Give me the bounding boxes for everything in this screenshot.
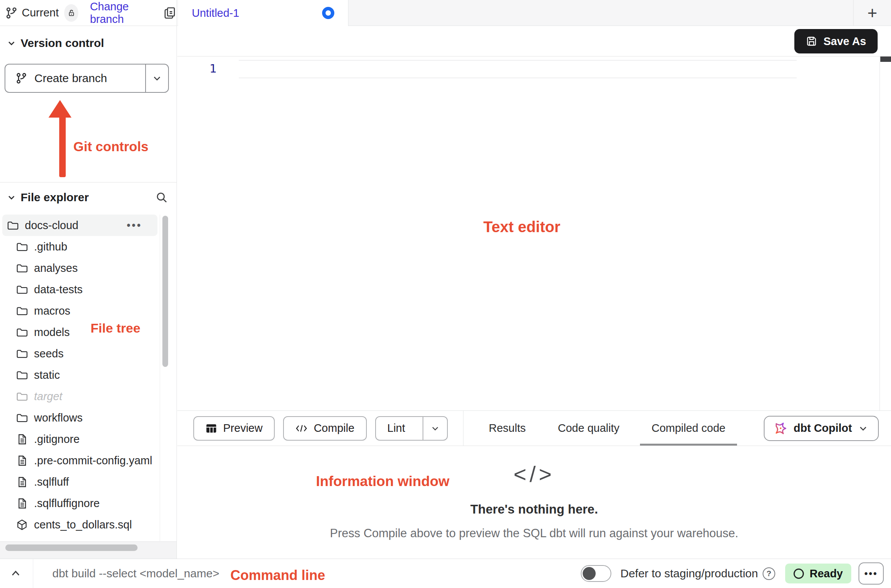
folder-icon <box>16 391 28 402</box>
status-label: Ready <box>810 567 843 580</box>
tab-compiled-code[interactable]: Compiled code <box>635 411 741 446</box>
create-branch-main[interactable]: Create branch <box>5 65 145 92</box>
version-control-title: Version control <box>21 37 104 50</box>
annotation-information-window: Information window <box>316 473 449 489</box>
information-window: </> There's nothing here. Press Compile … <box>177 446 891 559</box>
file-icon <box>16 498 28 509</box>
sidebar: Current Change branch Version control <box>0 0 177 559</box>
empty-state-title: There's nothing here. <box>470 502 598 517</box>
command-bar-divider <box>33 559 33 588</box>
horizontal-scrollbar-thumb[interactable] <box>5 544 138 551</box>
chevron-down-icon <box>152 73 162 83</box>
preview-label: Preview <box>223 422 262 435</box>
chevron-down-icon <box>431 424 440 433</box>
annotation-arrow <box>59 114 66 177</box>
more-options-button[interactable]: ••• <box>859 562 884 585</box>
lint-split-button: Lint <box>375 416 448 441</box>
panel-divider <box>463 411 463 446</box>
status-circle-icon <box>794 569 804 579</box>
create-branch-dropdown[interactable] <box>145 65 168 92</box>
lint-button[interactable]: Lint <box>376 417 417 440</box>
status-badge: Ready <box>785 564 851 583</box>
current-branch-label: Current <box>22 6 59 19</box>
command-input[interactable]: dbt build --select <model_name> <box>52 567 219 580</box>
dbt-copilot-icon <box>774 422 787 435</box>
text-editor[interactable]: 1 Text editor <box>177 57 891 410</box>
lint-label: Lint <box>387 422 405 435</box>
line-number: 1 <box>209 61 217 75</box>
version-control-section-header[interactable]: Version control <box>7 37 104 50</box>
tab-label: Untitled-1 <box>192 7 239 19</box>
tree-item-seeds[interactable]: seeds <box>2 343 157 364</box>
command-bar-right: Defer to staging/production ? Ready ••• <box>581 562 884 585</box>
code-icon: </> <box>514 461 555 487</box>
sidebar-bottom-strip <box>0 541 177 559</box>
branch-locked-badge <box>64 4 79 22</box>
tree-item-workflows[interactable]: workflows <box>2 407 157 428</box>
copy-icon[interactable] <box>163 6 177 20</box>
empty-state-subtitle: Press Compile above to preview the SQL d… <box>330 527 739 540</box>
change-branch-link[interactable]: Change branch <box>90 0 152 26</box>
search-icon[interactable] <box>155 191 168 204</box>
file-tree: docs-cloud•••.githubanalysesdata-testsma… <box>0 215 160 541</box>
command-bar: dbt build --select <model_name> Defer to… <box>0 559 891 588</box>
new-tab-button[interactable]: + <box>859 0 886 26</box>
code-icon <box>295 423 308 434</box>
file-explorer-title: File explorer <box>21 191 89 204</box>
annotation-file-tree: File tree <box>91 321 140 336</box>
panel-button-group: Preview Compile Lint <box>193 416 448 441</box>
kebab-menu-icon[interactable]: ••• <box>127 220 142 231</box>
tab-bar-divider <box>853 0 854 26</box>
editor-scrollbar-thumb[interactable] <box>880 57 891 62</box>
dbt-copilot-button[interactable]: dbt Copilot <box>764 416 879 441</box>
lint-dropdown[interactable] <box>423 417 447 440</box>
tree-item-.pre-commit-config.yaml[interactable]: .pre-commit-config.yaml <box>2 450 157 471</box>
table-icon <box>206 423 217 434</box>
tree-item-.sqlfluff[interactable]: .sqlfluff <box>2 471 157 493</box>
tree-item-.gitignore[interactable]: .gitignore <box>2 428 157 450</box>
unsaved-changes-dot-icon <box>322 7 334 19</box>
folder-icon <box>16 412 28 424</box>
create-branch-label: Create branch <box>34 72 107 85</box>
toggle-knob <box>583 567 596 580</box>
preview-button[interactable]: Preview <box>193 416 275 441</box>
tree-item-target[interactable]: target <box>2 386 157 407</box>
compile-label: Compile <box>314 422 354 435</box>
ellipsis-icon: ••• <box>864 568 878 579</box>
defer-toggle[interactable] <box>581 565 611 582</box>
save-as-button[interactable]: Save As <box>794 29 878 53</box>
lock-icon <box>67 9 76 17</box>
tree-item-macros[interactable]: macros <box>2 300 157 321</box>
panel-tabs: Results Code quality Compiled code <box>473 411 741 446</box>
tab-code-quality[interactable]: Code quality <box>542 411 635 446</box>
folder-icon <box>16 326 28 338</box>
annotation-text-editor: Text editor <box>483 218 561 236</box>
tree-item-docs-cloud[interactable]: docs-cloud••• <box>2 215 157 236</box>
bottom-panel-header: Preview Compile Lint Results Code qualit… <box>177 410 891 446</box>
help-icon[interactable]: ? <box>763 567 775 580</box>
tree-item-.sqlfluffignore[interactable]: .sqlfluffignore <box>2 493 157 514</box>
tree-item-data-tests[interactable]: data-tests <box>2 279 157 300</box>
tree-item-.github[interactable]: .github <box>2 236 157 257</box>
folder-icon <box>16 305 28 317</box>
active-line[interactable] <box>239 60 797 78</box>
tab-untitled-1[interactable]: Untitled-1 <box>178 0 348 26</box>
editor-scrollbar-track <box>880 56 880 410</box>
file-icon <box>16 476 28 488</box>
create-branch-button[interactable]: Create branch <box>5 64 169 93</box>
vertical-scrollbar-thumb[interactable] <box>162 216 168 367</box>
compile-button[interactable]: Compile <box>283 416 366 441</box>
tree-item-cents_to_dollars.sql[interactable]: cents_to_dollars.sql <box>2 514 157 535</box>
tree-item-analyses[interactable]: analyses <box>2 257 157 279</box>
chevron-down-icon <box>7 39 16 48</box>
expand-command-bar-button[interactable] <box>9 567 22 580</box>
tree-item-static[interactable]: static <box>2 364 157 386</box>
chevron-down-icon <box>858 423 868 433</box>
folder-icon <box>16 284 28 296</box>
git-branch-icon <box>15 72 28 84</box>
git-branch-icon <box>5 6 18 19</box>
folder-icon <box>7 220 19 231</box>
file-explorer-section-header[interactable]: File explorer <box>7 191 177 204</box>
tab-results[interactable]: Results <box>473 411 542 446</box>
plus-icon: + <box>867 3 877 23</box>
